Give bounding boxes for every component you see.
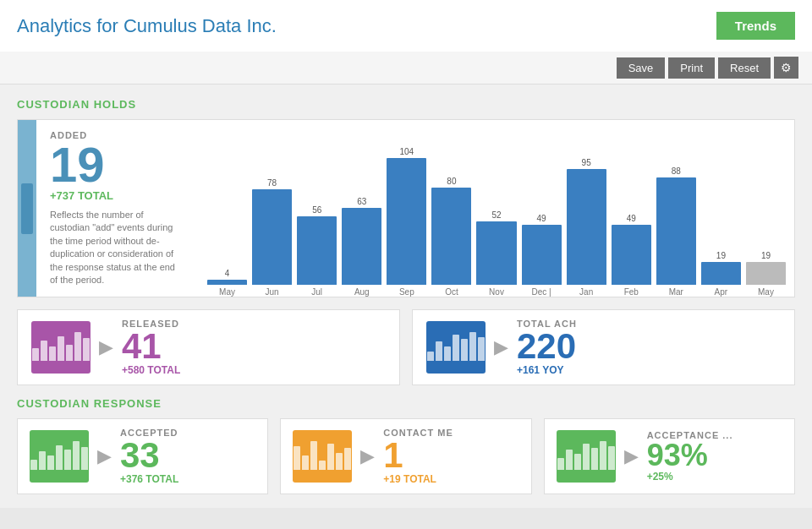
mini-bar-rect xyxy=(557,458,564,470)
bar-value: 104 xyxy=(400,147,414,156)
save-button[interactable]: Save xyxy=(617,57,666,79)
bar-value: 63 xyxy=(357,197,366,206)
mini-bar-rect xyxy=(47,455,54,470)
bar-value: 95 xyxy=(582,158,591,167)
bar-rect xyxy=(297,216,337,285)
mini-bar-rect xyxy=(344,448,351,470)
accepted-mini-bars xyxy=(30,439,89,473)
mini-bar-rect xyxy=(574,454,581,470)
print-button[interactable]: Print xyxy=(668,57,715,79)
released-number: 41 xyxy=(122,329,180,364)
trends-button[interactable]: Trends xyxy=(716,12,795,40)
acceptance-info: ACCEPTANCE ... 93% +25% xyxy=(647,430,733,483)
bar-group-jul: 56Jul xyxy=(297,205,337,297)
mini-bar-rect xyxy=(58,336,64,361)
custodian-response-title: CUSTODIAN RESPONSE xyxy=(17,397,795,410)
mini-bar-rect xyxy=(310,441,317,470)
mini-bar-rect xyxy=(41,341,47,361)
mini-bar-rect xyxy=(81,447,88,470)
accepted-number: 33 xyxy=(120,438,178,473)
bar-label: Jul xyxy=(311,287,322,297)
accepted-info: ACCEPTED 33 +376 TOTAL xyxy=(120,428,178,485)
accepted-total: +376 TOTAL xyxy=(120,473,178,485)
mini-bar-rect xyxy=(302,455,309,470)
mini-bar-rect xyxy=(64,450,71,470)
reset-button[interactable]: Reset xyxy=(718,57,771,79)
mini-bar-rect xyxy=(600,441,606,470)
response-row: ▶ ACCEPTED 33 +376 TOTAL ▶ CONTACT ME 1 … xyxy=(17,418,795,494)
mini-bar-rect xyxy=(83,338,90,361)
gear-button[interactable]: ⚙ xyxy=(774,57,798,79)
mini-bar-rect xyxy=(608,446,615,470)
mini-bar-rect xyxy=(478,337,485,361)
bar-label: Apr xyxy=(715,287,728,297)
released-info: RELEASED 41 +580 TOTAL xyxy=(122,319,180,376)
header: Analytics for Cumulus Data Inc. Trends xyxy=(0,0,812,52)
bar-rect xyxy=(567,169,606,285)
bar-value: 19 xyxy=(761,251,771,260)
mini-bar-rect xyxy=(436,341,442,361)
bar-value: 52 xyxy=(491,210,501,220)
acceptance-icon-box xyxy=(557,430,616,483)
bar-rect xyxy=(656,177,696,285)
holds-description: Reflects the number of custodian "add" e… xyxy=(50,209,185,286)
bar-label: Aug xyxy=(354,287,370,297)
bar-value: 19 xyxy=(716,251,726,260)
bar-value: 49 xyxy=(627,214,636,223)
gear-icon: ⚙ xyxy=(781,61,792,74)
mini-bar-rect xyxy=(319,461,326,470)
bar-chart-inner: 4May78Jun56Jul63Aug104Sep80Oct52Nov49Dec… xyxy=(207,153,786,297)
contact-me-info: CONTACT ME 1 +19 TOTAL xyxy=(383,428,453,485)
stat-card-total-ach: ▶ TOTAL ACH 220 +161 YOY xyxy=(412,309,795,385)
bar-label: Jun xyxy=(266,287,279,297)
contact-me-number: 1 xyxy=(383,438,453,473)
stat-card-released: ▶ RELEASED 41 +580 TOTAL xyxy=(17,309,400,385)
mini-bar-rect xyxy=(327,444,334,470)
bar-value: 4 xyxy=(225,269,230,278)
mini-bar-rect xyxy=(30,460,37,470)
holds-total: +737 TOTAL xyxy=(50,189,185,202)
bar-value: 78 xyxy=(267,178,277,188)
bar-group-feb: 49Feb xyxy=(612,214,651,297)
total-ach-mini-bars xyxy=(426,330,486,364)
total-ach-info: TOTAL ACH 220 +161 YOY xyxy=(517,319,577,376)
bar-rect xyxy=(387,158,426,285)
bar-label: Jan xyxy=(579,287,593,297)
stats-row: ▶ RELEASED 41 +580 TOTAL ▶ TOTAL ACH 220… xyxy=(17,309,795,385)
acceptance-mini-bars xyxy=(557,439,616,473)
released-mini-bars xyxy=(31,330,91,364)
bar-rect xyxy=(252,189,292,285)
contact-me-mini-bars xyxy=(293,439,352,473)
mini-bar-rect xyxy=(66,345,73,361)
bar-group-apr: 19Apr xyxy=(701,251,741,297)
mini-bar-rect xyxy=(427,352,434,361)
bar-group-may: 4May xyxy=(207,269,247,297)
bar-group-may: 19May xyxy=(746,251,786,297)
response-card-acceptance: ▶ ACCEPTANCE ... 93% +25% xyxy=(544,418,795,494)
mini-bar-rect xyxy=(294,446,300,470)
main-content: CUSTODIAN HOLDS ADDED 19 +737 TOTAL Refl… xyxy=(0,85,812,508)
page-title: Analytics for Cumulus Data Inc. xyxy=(17,15,277,37)
bar-label: May xyxy=(219,287,235,297)
bar-rect xyxy=(612,225,651,285)
mini-bar-rect xyxy=(56,445,63,470)
acceptance-arrow: ▶ xyxy=(624,445,639,467)
mini-bar-rect xyxy=(444,346,451,361)
contact-me-arrow: ▶ xyxy=(360,445,375,467)
contact-me-icon-box xyxy=(293,430,352,483)
bar-group-nov: 52Nov xyxy=(476,210,516,297)
toolbar: Save Print Reset ⚙ xyxy=(0,52,812,85)
total-ach-icon-box xyxy=(426,321,486,374)
bar-rect xyxy=(342,208,381,285)
contact-me-total: +19 TOTAL xyxy=(383,473,453,485)
bar-label: May xyxy=(758,287,774,297)
mini-bar-rect xyxy=(591,448,598,470)
holds-bar-chart: 4May78Jun56Jul63Aug104Sep80Oct52Nov49Dec… xyxy=(199,120,794,297)
mini-bar-rect xyxy=(583,444,590,470)
bar-value: 80 xyxy=(447,177,456,186)
acceptance-total: +25% xyxy=(647,471,733,483)
bar-label: Feb xyxy=(624,287,639,297)
released-total: +580 TOTAL xyxy=(122,364,180,376)
mini-bar-rect xyxy=(336,453,343,470)
bar-rect xyxy=(746,262,786,285)
